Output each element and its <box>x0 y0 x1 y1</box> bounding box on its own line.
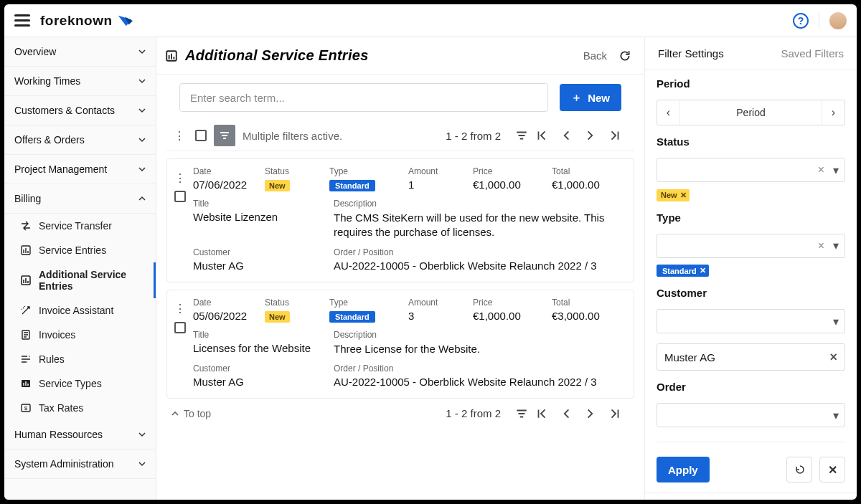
tab-saved-filters[interactable]: Saved Filters <box>781 47 844 60</box>
entry-description: Three License for the Website. <box>334 342 624 356</box>
prev-page-icon[interactable] <box>560 407 573 420</box>
sidebar-item-tax-rates[interactable]: $ Tax Rates <box>4 396 156 420</box>
col-price-label: Price <box>473 166 552 176</box>
row-menu-button[interactable]: ⋮ <box>171 169 189 186</box>
sidebar-section-customers[interactable]: Customers & Contacts <box>4 96 156 125</box>
back-button[interactable]: Back <box>583 49 607 62</box>
new-button-label: New <box>588 92 610 104</box>
chevron-down-icon[interactable]: ▾ <box>833 315 839 328</box>
reset-filters-button[interactable] <box>786 457 812 482</box>
sort-icon[interactable] <box>515 407 528 420</box>
apply-button[interactable]: Apply <box>657 457 710 482</box>
period-value[interactable]: Period <box>680 107 822 118</box>
pager-text: 1 - 2 from 2 <box>446 130 501 142</box>
chevron-down-icon[interactable]: ▾ <box>833 409 839 422</box>
entry-description: The CMS SiteKern will be used for the ne… <box>334 211 624 240</box>
wand-icon <box>20 305 32 316</box>
sidebar-section-overview[interactable]: Overview <box>4 37 156 67</box>
last-page-icon[interactable] <box>608 407 621 420</box>
period-next-button[interactable]: › <box>822 100 844 125</box>
tax-icon: $ <box>20 402 32 414</box>
remove-chip-icon[interactable]: ✕ <box>680 191 687 200</box>
row-checkbox[interactable] <box>174 322 186 333</box>
next-page-icon[interactable] <box>584 407 597 420</box>
entry-card: ⋮ Date07/06/2022 StatusNew TypeStandard … <box>166 158 634 282</box>
col-order-label: Order / Position <box>334 363 624 374</box>
avatar[interactable] <box>829 12 847 29</box>
sort-icon[interactable] <box>515 129 528 142</box>
col-title-label: Title <box>193 330 334 340</box>
to-top-label: To top <box>184 408 211 419</box>
clear-icon[interactable]: × <box>818 163 824 176</box>
new-button[interactable]: ＋ New <box>560 84 621 111</box>
sidebar-item-label: Invoice Assistant <box>39 305 113 316</box>
more-menu-button[interactable]: ⋮ <box>171 127 188 144</box>
save-filter-row[interactable]: Save Filter <box>645 493 857 500</box>
filter-indicator-icon[interactable] <box>214 125 235 146</box>
status-select[interactable]: × ▾ <box>657 158 845 182</box>
sidebar-item-additional-service-entries[interactable]: Additional Service Entries <box>4 262 156 298</box>
remove-chip-icon[interactable]: ✕ <box>700 266 706 275</box>
period-prev-button[interactable]: ‹ <box>657 100 680 125</box>
prev-page-icon[interactable] <box>560 129 573 142</box>
entry-price: €1,000.00 <box>473 310 552 322</box>
sidebar-section-label: Project Management <box>14 163 107 175</box>
status-badge-new: New <box>265 180 290 191</box>
sidebar-item-invoice-assistant[interactable]: Invoice Assistant <box>4 298 156 323</box>
first-page-icon[interactable] <box>535 407 548 420</box>
chevron-down-icon <box>138 460 146 467</box>
last-page-icon[interactable] <box>608 129 621 142</box>
sidebar-item-service-types[interactable]: Service Types <box>4 371 156 396</box>
sidebar-section-sysadmin[interactable]: System Administration <box>4 450 156 479</box>
entry-title: Website Lizenzen <box>193 211 334 223</box>
tab-filter-settings[interactable]: Filter Settings <box>658 47 724 60</box>
chevron-down-icon[interactable]: ▾ <box>833 163 839 177</box>
order-select[interactable]: ▾ <box>657 403 845 427</box>
next-page-icon[interactable] <box>584 129 597 142</box>
sidebar-item-service-transfer[interactable]: Service Transfer <box>4 214 156 238</box>
refresh-icon[interactable] <box>618 49 631 62</box>
row-menu-button[interactable]: ⋮ <box>171 300 189 318</box>
sidebar-item-label: Invoices <box>39 329 75 341</box>
status-chip-new: New✕ <box>657 189 690 201</box>
remove-customer-icon[interactable]: × <box>829 350 837 365</box>
entry-amount: 3 <box>408 310 473 322</box>
entry-price: €1,000.00 <box>473 179 552 191</box>
clear-icon[interactable]: × <box>818 239 824 252</box>
content-header: Additional Service Entries Back <box>156 37 644 75</box>
row-checkbox[interactable] <box>174 191 186 202</box>
chip-label: New <box>661 191 677 199</box>
sidebar-item-invoices[interactable]: Invoices <box>4 323 156 347</box>
sidebar-item-rules[interactable]: Rules <box>4 347 156 371</box>
sidebar-section-project[interactable]: Project Management <box>4 155 156 184</box>
col-customer-label: Customer <box>193 247 334 257</box>
sidebar-section-working-times[interactable]: Working Times <box>4 67 156 96</box>
col-type-label: Type <box>329 298 408 308</box>
chevron-up-icon <box>171 409 179 418</box>
sidebar-section-billing[interactable]: Billing <box>4 184 156 214</box>
col-date-label: Date <box>193 298 265 308</box>
period-selector: ‹ Period › <box>657 100 845 125</box>
type-badge-standard: Standard <box>329 180 375 191</box>
sidebar-item-label: Service Transfer <box>39 220 112 232</box>
sidebar-section-offers[interactable]: Offers & Orders <box>4 125 156 155</box>
select-all-checkbox[interactable] <box>195 130 207 141</box>
to-top-button[interactable]: To top <box>171 408 211 419</box>
clear-filters-button[interactable]: ✕ <box>819 457 845 482</box>
help-icon[interactable]: ? <box>793 13 809 29</box>
chevron-down-icon[interactable]: ▾ <box>833 239 839 252</box>
rules-icon <box>20 353 32 365</box>
col-status-label: Status <box>265 166 329 176</box>
sidebar-section-label: System Administration <box>14 458 114 470</box>
sidebar-item-service-entries[interactable]: Service Entries <box>4 238 156 262</box>
first-page-icon[interactable] <box>535 129 548 142</box>
customer-select[interactable]: ▾ <box>657 309 845 333</box>
col-order-label: Order / Position <box>334 247 624 257</box>
hamburger-menu-button[interactable] <box>14 11 33 30</box>
chevron-down-icon <box>138 48 146 55</box>
status-badge-new: New <box>265 311 290 323</box>
type-select[interactable]: × ▾ <box>657 234 845 258</box>
sidebar-section-hr[interactable]: Human Ressources <box>4 420 156 450</box>
divider <box>657 442 845 442</box>
search-input[interactable] <box>179 83 548 112</box>
